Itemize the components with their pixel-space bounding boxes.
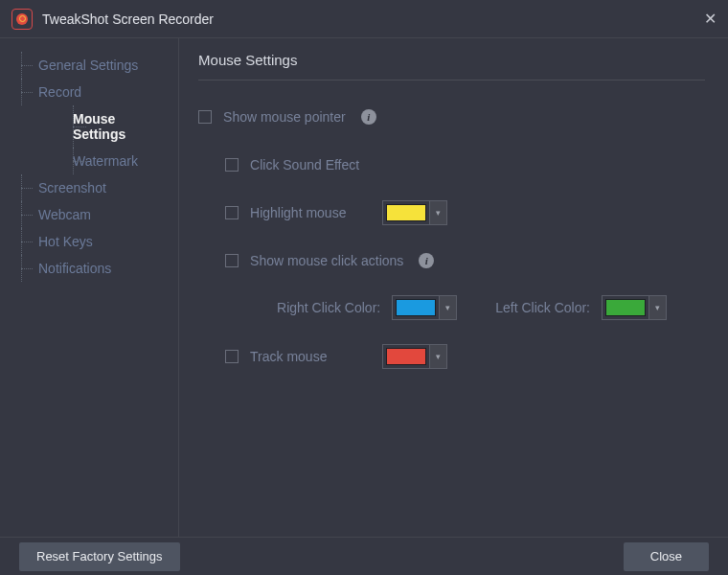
sidebar-item-watermark[interactable]: Watermark [56,148,171,174]
checkbox-click-sound[interactable] [225,158,239,172]
left-click-color-swatch [605,299,646,316]
label-show-mouse-pointer: Show mouse pointer [223,109,346,125]
checkbox-show-mouse-pointer[interactable] [198,110,212,124]
sidebar: General Settings Record Mouse Settings W… [0,38,178,537]
sidebar-item-notifications[interactable]: Notifications [21,255,171,282]
track-color-picker[interactable]: ▾ [382,344,447,369]
label-left-click-color: Left Click Color: [495,300,590,315]
checkbox-track-mouse[interactable] [225,350,239,363]
option-show-mouse-pointer: Show mouse pointer i [198,104,705,130]
page-title: Mouse Settings [198,52,705,80]
sidebar-item-hot-keys[interactable]: Hot Keys [21,228,171,255]
sidebar-item-screenshot[interactable]: Screenshot [21,174,171,201]
content-area: General Settings Record Mouse Settings W… [0,38,728,537]
sidebar-item-record[interactable]: Record [21,79,171,105]
highlight-color-picker[interactable]: ▾ [382,200,447,225]
info-icon[interactable]: i [361,109,376,125]
click-colors-row: Right Click Color: ▾ Left Click Color: ▾ [198,295,705,320]
chevron-down-icon[interactable]: ▾ [439,296,456,319]
footer: Reset Factory Settings Close [0,537,728,575]
label-track-mouse: Track mouse [250,349,371,364]
app-title: TweakShot Screen Recorder [42,12,704,27]
sidebar-item-general-settings[interactable]: General Settings [21,52,171,79]
sidebar-item-webcam[interactable]: Webcam [21,201,171,228]
label-show-click-actions: Show mouse click actions [250,253,403,268]
right-click-color-picker[interactable]: ▾ [392,295,457,320]
highlight-color-swatch [386,204,426,221]
checkbox-highlight-mouse[interactable] [225,206,239,219]
close-button[interactable]: Close [624,542,709,571]
checkbox-show-click-actions[interactable] [225,254,239,267]
label-click-sound: Click Sound Effect [250,157,359,172]
sidebar-item-mouse-settings[interactable]: Mouse Settings [56,105,171,148]
chevron-down-icon[interactable]: ▾ [429,345,446,368]
label-highlight-mouse: Highlight mouse [250,205,371,220]
reset-factory-button[interactable]: Reset Factory Settings [19,542,180,571]
chevron-down-icon[interactable]: ▾ [648,296,666,319]
option-track-mouse: Track mouse ▾ [198,343,705,370]
option-highlight-mouse: Highlight mouse ▾ [198,199,705,226]
app-icon [11,9,33,30]
main-panel: Mouse Settings Show mouse pointer i Clic… [178,38,728,537]
label-right-click-color: Right Click Color: [277,300,380,315]
option-click-sound: Click Sound Effect [198,151,705,178]
chevron-down-icon[interactable]: ▾ [429,201,446,224]
option-show-click-actions: Show mouse click actions i [198,247,705,274]
title-bar: TweakShot Screen Recorder ✕ [0,0,728,38]
close-icon[interactable]: ✕ [704,10,717,28]
info-icon[interactable]: i [419,253,434,268]
left-click-color-picker[interactable]: ▾ [602,295,667,320]
track-color-swatch [386,348,426,365]
right-click-color-swatch [396,299,436,316]
